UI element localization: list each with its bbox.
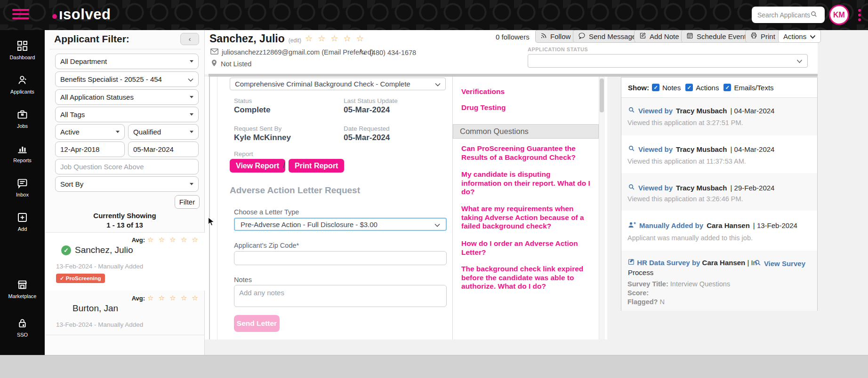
search-icon[interactable] xyxy=(810,10,818,20)
edit-link[interactable]: (edit) xyxy=(289,37,301,44)
adverse-action-title: Adverse Action Letter Request xyxy=(230,185,360,196)
rating-stars-icon: ☆ ☆ ☆ ☆ ☆ xyxy=(147,294,200,302)
sort-by-select[interactable]: Sort By xyxy=(55,176,199,192)
date-to-field[interactable]: 05-Mar-2024 xyxy=(128,142,199,157)
dropdown-triangle-icon xyxy=(190,183,193,185)
sidebar-item-applicants[interactable]: Applicants xyxy=(0,74,45,94)
scrollbar-track[interactable] xyxy=(599,77,605,339)
avatar[interactable]: KM xyxy=(829,5,849,25)
page-title: Sanchez, Julio xyxy=(209,32,285,45)
sidebar-item-inbox[interactable]: Inbox xyxy=(0,177,45,197)
qualified-select[interactable]: Qualified xyxy=(128,124,199,140)
location-pin-icon xyxy=(211,59,217,68)
sidebar-item-dashboard[interactable]: Dashboard xyxy=(0,39,45,60)
slash-separator: / xyxy=(283,161,285,170)
drug-testing-link[interactable]: Drug Testing xyxy=(461,103,506,112)
bgc-package-select[interactable]: Comprehensive Criminal Background Check … xyxy=(230,78,446,90)
collapse-panel-button[interactable]: ‹ xyxy=(180,33,199,45)
envelope-icon xyxy=(210,48,218,56)
survey-meta: Survey Title: Interview Questions Score:… xyxy=(627,280,730,307)
search-input[interactable] xyxy=(757,11,810,19)
proscreening-badge: ✓ ProScreening xyxy=(56,274,105,283)
question-link-4[interactable]: How do I order an Adverse Action Letter? xyxy=(461,239,591,257)
sidebar-item-sso[interactable]: SSO xyxy=(0,317,45,338)
job-select[interactable]: Benefits Specialist - 20525 - 454 xyxy=(55,71,199,87)
sidebar-nav: Dashboard Applicants Jobs Reports Inbox … xyxy=(0,30,45,355)
dropdown-triangle-icon xyxy=(190,131,193,133)
dashboard-icon xyxy=(0,39,45,52)
view-report-button[interactable]: View Report xyxy=(230,159,285,173)
notes-label: Notes xyxy=(234,276,252,284)
phone-icon xyxy=(359,48,366,57)
request-sent-by-value: Kyle McKinney xyxy=(234,133,291,142)
job-question-score-field[interactable]: Job Question Score Above xyxy=(55,159,199,174)
sidebar-item-add[interactable]: Add xyxy=(0,211,45,232)
print-button[interactable]: Print xyxy=(745,30,780,43)
applicant-card-burton[interactable]: Avg: ☆ ☆ ☆ ☆ ☆ Burton, Jan 13-Feb-2024 -… xyxy=(45,291,205,335)
schedule-event-button[interactable]: Schedule Event xyxy=(681,30,751,43)
question-link-5[interactable]: The background check link expired before… xyxy=(461,265,591,291)
common-questions-header: Common Questions xyxy=(453,124,599,139)
report-label: Report xyxy=(234,150,253,158)
department-select[interactable]: All Department xyxy=(55,54,199,69)
notes-field[interactable] xyxy=(234,285,447,307)
divider xyxy=(209,77,210,339)
magnifier-icon xyxy=(628,183,635,192)
send-message-button[interactable]: Send Message xyxy=(573,30,641,43)
question-link-3[interactable]: What are my requirements when taking Adv… xyxy=(461,205,591,231)
date-requested-label: Date Requested xyxy=(344,125,390,132)
phone-value[interactable]: (480) 434-1678 xyxy=(370,49,416,56)
hamburger-menu-icon[interactable] xyxy=(12,9,29,21)
last-status-update-label: Last Status Update xyxy=(344,97,398,104)
question-link-1[interactable]: Can ProScreening Guarantee the Results o… xyxy=(461,144,591,162)
view-survey-link[interactable]: View Survey xyxy=(754,259,805,268)
add-note-button[interactable]: Add Note xyxy=(634,30,684,43)
magnifier-icon xyxy=(628,106,635,115)
dropdown-triangle-icon xyxy=(190,113,193,116)
plus-square-icon xyxy=(0,211,45,224)
notes-checkbox[interactable]: ✓ xyxy=(652,84,659,91)
actions-checkbox[interactable]: ✓ xyxy=(685,84,693,91)
phone-row: (480) 434-1678 xyxy=(359,48,416,57)
application-status-filter-select[interactable]: All Application Statuses xyxy=(55,89,199,105)
active-select[interactable]: Active xyxy=(55,124,125,140)
send-letter-button[interactable]: Send Letter xyxy=(234,315,280,332)
emails-texts-checkbox[interactable]: ✓ xyxy=(723,84,731,91)
chevron-left-icon: ‹ xyxy=(189,35,191,43)
scrollbar-thumb[interactable] xyxy=(600,79,604,112)
sidebar-item-reports[interactable]: Reports xyxy=(0,142,45,163)
followers-count: 0 followers xyxy=(496,33,530,41)
chat-icon xyxy=(578,32,586,40)
lock-icon xyxy=(0,317,45,330)
applicant-search[interactable] xyxy=(752,7,825,23)
sidebar-item-jobs[interactable]: Jobs xyxy=(0,108,45,129)
letter-type-label: Choose a Letter Type xyxy=(234,208,299,216)
follow-button[interactable]: Follow xyxy=(535,30,576,43)
email-value[interactable]: juliosanchezz12869@gmail.com (Email Pref… xyxy=(222,48,374,56)
chevron-down-icon xyxy=(188,75,193,83)
show-filter-row: Show: ✓ Notes ✓ Actions ✓ Emails/Texts xyxy=(621,78,817,98)
rating-stars-icon[interactable]: ☆ ☆ ☆ ☆ ☆ xyxy=(305,33,365,44)
application-status-select[interactable] xyxy=(528,54,808,68)
avg-rating: Avg: ☆ ☆ ☆ ☆ ☆ xyxy=(132,294,200,302)
zip-code-field[interactable] xyxy=(234,251,447,265)
letter-type-select[interactable]: Pre-Adverse Action - Full Disclosure - $… xyxy=(234,218,447,231)
logo-dot-icon xyxy=(52,14,57,19)
date-from-field[interactable]: 12-Apr-2018 xyxy=(55,142,125,157)
question-link-2[interactable]: My candidate is disputing information on… xyxy=(461,170,591,197)
applicants-icon xyxy=(0,74,45,87)
actions-button[interactable]: Actions xyxy=(778,30,821,43)
printer-icon xyxy=(750,32,757,40)
sidebar-item-marketplace[interactable]: Marketplace xyxy=(0,278,45,299)
kebab-menu-icon[interactable] xyxy=(858,9,861,23)
zip-code-label: Applicant's Zip Code* xyxy=(234,242,299,249)
chevron-down-icon xyxy=(810,32,816,40)
print-report-button[interactable]: Print Report xyxy=(289,159,344,173)
filter-button[interactable]: Filter xyxy=(175,195,200,209)
top-app-bar: ısolved KM xyxy=(0,0,868,30)
verifications-link[interactable]: Verifications xyxy=(461,87,505,96)
applicant-card-sanchez[interactable]: Avg: ☆ ☆ ☆ ☆ ☆ ✓ Sanchez, Julio 13-Feb-2… xyxy=(45,232,205,291)
storefront-icon xyxy=(0,278,45,291)
status-value: Complete xyxy=(234,105,270,115)
tags-select[interactable]: All Tags xyxy=(55,107,199,122)
